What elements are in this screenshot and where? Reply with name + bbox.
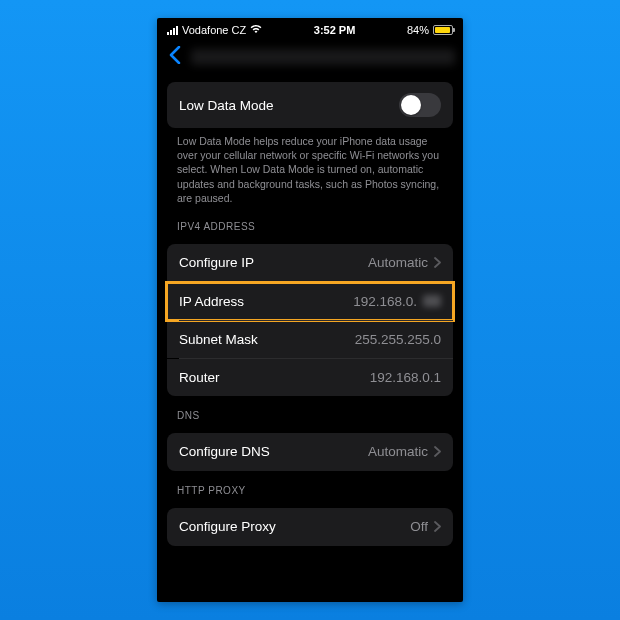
- status-bar: Vodafone CZ 3:52 PM 84%: [157, 18, 463, 40]
- subnet-mask-row: Subnet Mask 255.255.255.0: [167, 321, 453, 358]
- settings-scroll[interactable]: Low Data Mode Low Data Mode helps reduce…: [157, 82, 463, 546]
- low-data-mode-description: Low Data Mode helps reduce your iPhone d…: [167, 128, 453, 207]
- configure-proxy-value: Off: [410, 519, 428, 534]
- configure-proxy-row[interactable]: Configure Proxy Off: [167, 508, 453, 546]
- wifi-icon: [250, 24, 262, 36]
- chevron-right-icon: [434, 255, 441, 271]
- dns-group: Configure DNS Automatic: [167, 433, 453, 471]
- subnet-mask-label: Subnet Mask: [179, 332, 258, 347]
- chevron-right-icon: [434, 444, 441, 460]
- status-time: 3:52 PM: [314, 24, 356, 36]
- configure-ip-row[interactable]: Configure IP Automatic: [167, 244, 453, 282]
- ip-address-value: 192.168.0.: [353, 294, 417, 309]
- chevron-right-icon: [434, 519, 441, 535]
- low-data-mode-row[interactable]: Low Data Mode: [167, 82, 453, 128]
- configure-ip-value: Automatic: [368, 255, 428, 270]
- ip-address-row: IP Address 192.168.0.: [167, 283, 453, 320]
- battery-percent: 84%: [407, 24, 429, 36]
- configure-dns-row[interactable]: Configure DNS Automatic: [167, 433, 453, 471]
- back-button[interactable]: [165, 46, 185, 68]
- signal-bars-icon: [167, 26, 178, 35]
- redacted-icon: [423, 295, 441, 307]
- router-label: Router: [179, 370, 220, 385]
- router-value: 192.168.0.1: [370, 370, 441, 385]
- dns-section-header: DNS: [167, 396, 453, 427]
- configure-dns-label: Configure DNS: [179, 444, 270, 459]
- nav-bar: [157, 40, 463, 76]
- configure-proxy-label: Configure Proxy: [179, 519, 276, 534]
- phone-frame: Vodafone CZ 3:52 PM 84% Low Data Mode Lo…: [157, 18, 463, 602]
- carrier-label: Vodafone CZ: [182, 24, 246, 36]
- proxy-group: Configure Proxy Off: [167, 508, 453, 546]
- page-title-redacted: [191, 49, 455, 65]
- configure-ip-label: Configure IP: [179, 255, 254, 270]
- status-right: 84%: [407, 24, 453, 36]
- status-left: Vodafone CZ: [167, 24, 262, 36]
- router-row: Router 192.168.0.1: [167, 359, 453, 396]
- configure-dns-value: Automatic: [368, 444, 428, 459]
- battery-icon: [433, 25, 453, 35]
- subnet-mask-value: 255.255.255.0: [355, 332, 441, 347]
- proxy-section-header: HTTP PROXY: [167, 471, 453, 502]
- toggle-knob-icon: [401, 95, 421, 115]
- ipv4-group: Configure IP Automatic IP Address 192.16…: [167, 244, 453, 396]
- ipv4-section-header: IPV4 ADDRESS: [167, 207, 453, 238]
- ip-address-label: IP Address: [179, 294, 244, 309]
- low-data-mode-toggle[interactable]: [399, 93, 441, 117]
- low-data-mode-label: Low Data Mode: [179, 98, 274, 113]
